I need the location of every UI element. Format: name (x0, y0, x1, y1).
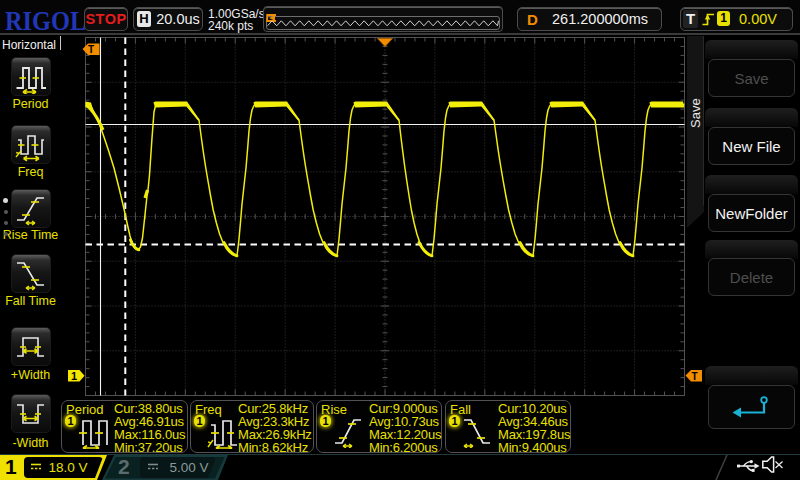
svg-text:T: T (88, 44, 94, 55)
svg-text:T: T (691, 371, 697, 382)
svg-text:1: 1 (71, 370, 77, 382)
